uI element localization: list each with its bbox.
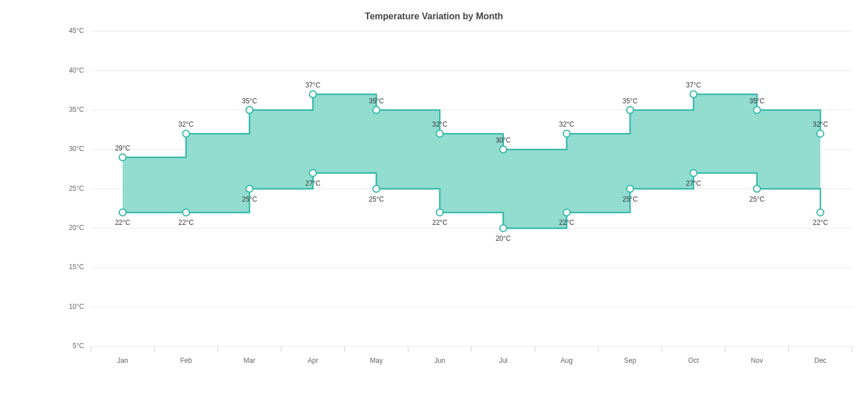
high-data-label: 32°C	[559, 120, 574, 128]
low-data-label: 22°C	[813, 219, 828, 227]
x-tick-label: Dec	[814, 357, 826, 365]
x-tick-label: Jan	[117, 357, 128, 365]
low-marker	[500, 225, 507, 232]
low-data-label: 25°C	[623, 195, 638, 203]
low-marker	[373, 186, 380, 192]
high-data-label: 35°C	[623, 97, 638, 105]
high-data-label: 32°C	[813, 120, 828, 128]
y-tick-label: 35°C	[69, 106, 84, 114]
low-data-label: 25°C	[242, 195, 257, 203]
x-tick-label: Oct	[688, 357, 699, 365]
low-data-label: 25°C	[369, 195, 384, 203]
high-marker	[310, 91, 316, 98]
high-marker	[564, 130, 570, 137]
high-data-label: 37°C	[305, 81, 320, 89]
high-marker	[119, 154, 126, 161]
x-tick-label: Sep	[624, 357, 636, 365]
range-area	[123, 94, 820, 228]
low-marker	[246, 186, 253, 192]
high-data-label: 29°C	[115, 144, 130, 152]
high-data-label: 35°C	[749, 97, 765, 105]
high-data-label: 35°C	[369, 97, 384, 105]
low-marker	[564, 209, 570, 216]
y-tick-label: 10°C	[69, 303, 84, 311]
y-tick-label: 25°C	[69, 185, 84, 192]
high-marker	[373, 107, 380, 114]
x-tick-label: Apr	[307, 357, 318, 365]
x-tick-label: Aug	[561, 357, 573, 365]
low-data-label: 22°C	[178, 219, 194, 227]
low-marker	[817, 209, 824, 216]
high-data-label: 30°C	[495, 136, 511, 144]
high-marker	[246, 107, 253, 114]
high-data-label: 35°C	[242, 97, 257, 105]
x-tick-label: May	[370, 357, 383, 365]
low-marker	[754, 186, 761, 192]
low-data-label: 27°C	[686, 179, 701, 187]
low-marker	[119, 209, 126, 216]
high-data-label: 32°C	[178, 120, 194, 128]
y-tick-label: 45°C	[69, 27, 84, 35]
y-tick-label: 40°C	[69, 66, 84, 74]
low-marker	[436, 209, 443, 216]
low-data-label: 22°C	[115, 219, 130, 227]
high-marker	[436, 130, 443, 137]
x-tick-label: Feb	[180, 357, 192, 365]
low-data-label: 20°C	[495, 235, 511, 242]
high-marker	[500, 146, 507, 153]
high-marker	[183, 130, 190, 137]
y-tick-label: 30°C	[69, 145, 84, 153]
x-tick-label: Nov	[751, 357, 763, 365]
y-tick-label: 15°C	[69, 263, 84, 271]
high-marker	[817, 130, 824, 137]
low-data-label: 22°C	[432, 219, 448, 227]
high-data-label: 37°C	[686, 81, 701, 89]
x-tick-label: Mar	[244, 357, 256, 365]
high-marker	[754, 107, 761, 114]
low-marker	[690, 170, 697, 177]
high-data-label: 32°C	[432, 120, 448, 128]
x-tick-label: Jun	[434, 357, 445, 365]
low-data-label: 27°C	[305, 179, 320, 187]
chart-title: Temperature Variation by Month	[0, 11, 868, 22]
low-data-label: 22°C	[559, 219, 574, 227]
high-marker	[627, 107, 633, 114]
x-tick-label: Jul	[499, 357, 507, 365]
y-tick-label: 5°C	[73, 342, 84, 350]
low-marker	[183, 209, 190, 216]
high-marker	[690, 91, 697, 98]
low-marker	[310, 170, 316, 177]
low-data-label: 25°C	[749, 195, 765, 203]
low-marker	[627, 186, 633, 192]
chart-svg: 5°C10°C15°C20°C25°C30°C35°C40°C45°CJanFe…	[0, 0, 868, 406]
chart-container: Temperature Variation by Month 5°C10°C15…	[0, 0, 868, 406]
y-tick-label: 20°C	[69, 224, 84, 232]
